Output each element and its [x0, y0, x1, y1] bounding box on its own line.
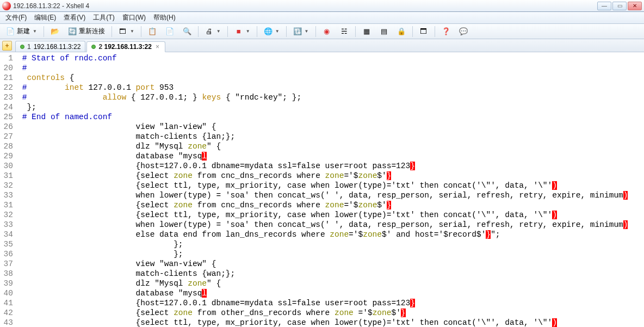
chat-icon: 💬: [459, 27, 468, 36]
code-line: 25 # End of named.conf: [0, 112, 644, 122]
search-icon: 🔍: [183, 27, 191, 36]
chevron-down-icon: ▼: [33, 29, 37, 34]
code-line: 39 dlz "Mysql zone" {: [0, 279, 644, 288]
tab-close-button[interactable]: ×: [154, 43, 160, 51]
line-number: 42: [0, 308, 17, 318]
menu-view[interactable]: 查看(V): [60, 12, 89, 23]
search-button[interactable]: 🔍: [179, 26, 195, 38]
code-content: match-clients {wan;};: [17, 269, 644, 279]
globe-button[interactable]: 🌐▼: [260, 26, 283, 38]
font-icon: 🗖: [419, 27, 428, 36]
menu-window[interactable]: 窗口(W): [119, 12, 149, 23]
line-number: 1: [0, 53, 17, 63]
minimize-button[interactable]: —: [597, 2, 611, 10]
session-tab-1[interactable]: 1 192.168.11.3:22: [15, 41, 85, 52]
line-number: 24: [0, 102, 17, 112]
code-line: 35 };: [0, 239, 644, 249]
stop-icon: ■: [234, 27, 243, 36]
print-button[interactable]: 🖨▼: [201, 26, 225, 38]
paste-icon: 📄: [165, 27, 174, 36]
line-number: 32: [0, 181, 17, 190]
menu-edit[interactable]: 编辑(E): [31, 12, 59, 23]
line-number: 26: [0, 122, 17, 132]
chevron-down-icon: ▼: [130, 29, 134, 34]
separator: [227, 26, 228, 37]
code-content: };: [17, 102, 644, 112]
title-bar: 192.168.11.3:22 - Xshell 4 — ▭ ✕: [0, 0, 644, 12]
code-content: {select zone from cnc_dns_records where …: [17, 171, 644, 181]
folder-open-icon: 📂: [51, 27, 59, 36]
window-title: 192.168.11.3:22 - Xshell 4: [13, 2, 597, 10]
line-number: 41: [0, 298, 17, 308]
code-line: 40 database "mysql: [0, 288, 644, 298]
code-line: 42 {select zone from other_dns_records w…: [0, 308, 644, 318]
line-number: 37: [0, 259, 17, 269]
session-tab-2[interactable]: 2 192.168.11.3:22 ×: [86, 41, 165, 52]
line-number: 30: [0, 161, 17, 171]
reconnect-button[interactable]: 🔄 重新连接: [64, 26, 109, 38]
code-line: 32 {select ttl, type, mx_priority, case …: [0, 181, 644, 190]
menu-tools[interactable]: 工具(T): [90, 12, 117, 23]
line-number: 32: [0, 210, 17, 220]
code-line: 43 {select ttl, type, mx_priority, case …: [0, 318, 644, 327]
properties-button[interactable]: 🗔▼: [115, 26, 138, 38]
maximize-button[interactable]: ▭: [612, 2, 627, 10]
code-content: database "mysql: [17, 151, 644, 161]
line-number: 25: [0, 112, 17, 122]
stop-button[interactable]: ■▼: [231, 26, 254, 38]
print-icon: 🖨: [205, 27, 214, 36]
code-line: 26 view "lan-view" {: [0, 122, 644, 132]
tile-button[interactable]: ▦: [358, 26, 375, 38]
code-content: view "wan-view" {: [17, 259, 644, 269]
font-button[interactable]: 🗖: [416, 26, 432, 38]
line-number: 20: [0, 63, 17, 73]
status-dot-icon: [91, 45, 96, 49]
chevron-down-icon: ▼: [275, 29, 280, 34]
code-content: database "mysql: [17, 288, 644, 298]
code-content: {host=127.0.0.1 dbname=mydata ssl=false …: [17, 298, 644, 308]
line-number: 22: [0, 83, 17, 92]
code-line: 23 # allow { 127.0.0.1; } keys { "rndc-k…: [0, 92, 644, 102]
code-line: 41 {host=127.0.0.1 dbname=mydata ssl=fal…: [0, 298, 644, 308]
code-line: 34 else data end from lan_dns_records wh…: [0, 230, 644, 239]
code-content: view "lan-view" {: [17, 122, 644, 132]
xshell-icon: ◉: [323, 27, 331, 36]
copy-icon: 📋: [148, 27, 157, 36]
new-button[interactable]: 📄 新建 ▼: [2, 26, 41, 38]
code-content: # allow { 127.0.0.1; } keys { "rndc-key"…: [17, 92, 644, 102]
code-line: 32 {select ttl, type, mx_priority, case …: [0, 210, 644, 220]
code-line: 28 dlz "Mysql zone" {: [0, 141, 644, 151]
help-icon: ❓: [442, 27, 450, 36]
lock-button[interactable]: 🔒: [393, 26, 410, 38]
code-content: {select zone from other_dns_records wher…: [17, 308, 644, 318]
tunnel-button[interactable]: ☵: [336, 26, 352, 38]
line-number: 29: [0, 151, 17, 161]
cascade-button[interactable]: ▤: [376, 26, 392, 38]
close-button[interactable]: ✕: [628, 2, 642, 10]
code-content: };: [17, 239, 644, 249]
tabs-bar: + 1 192.168.11.3:22 2 192.168.11.3:22 ×: [0, 39, 644, 52]
code-content: when lower(type) = 'soa' then concat_ws(…: [17, 220, 644, 230]
separator: [257, 26, 257, 37]
paste-button[interactable]: 📄: [162, 26, 178, 38]
help-button[interactable]: ❓: [438, 26, 454, 38]
code-content: match-clients {lan;};: [17, 132, 644, 141]
copy-button[interactable]: 📋: [144, 26, 160, 38]
code-content: # Start of rndc.conf: [17, 53, 644, 63]
code-line: 1 # Start of rndc.conf: [0, 53, 644, 63]
xshell-button[interactable]: ◉: [319, 26, 335, 38]
chevron-down-icon: ▼: [246, 29, 250, 34]
code-content: };: [17, 249, 644, 259]
tile-icon: ▦: [362, 27, 371, 36]
tunnel-icon: ☵: [340, 27, 349, 36]
refresh-button[interactable]: 🔃▼: [289, 26, 313, 38]
code-line: 24 };: [0, 102, 644, 112]
line-number: 40: [0, 288, 17, 298]
open-button[interactable]: 📂: [47, 26, 63, 38]
new-tab-button[interactable]: +: [2, 41, 12, 51]
chat-button[interactable]: 💬: [455, 26, 472, 38]
menu-help[interactable]: 帮助(H): [150, 12, 179, 23]
terminal-editor[interactable]: 1 # Start of rndc.conf20 #21 controls {2…: [0, 52, 644, 327]
menu-file[interactable]: 文件(F): [2, 12, 30, 23]
line-number: 23: [0, 92, 17, 102]
